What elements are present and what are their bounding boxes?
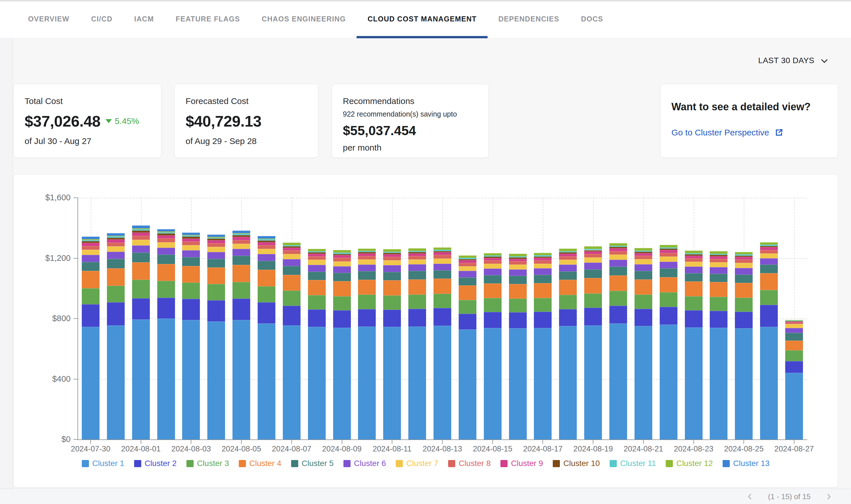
bar-segment-cluster-2[interactable] (409, 309, 426, 326)
bar-segment-cluster-7[interactable] (635, 259, 652, 264)
bar-segment-cluster-10[interactable] (333, 254, 351, 255)
stacked-bar-2024-08-17[interactable] (534, 198, 552, 439)
bar-segment-cluster-5[interactable] (358, 271, 376, 280)
bar-segment-cluster-7[interactable] (207, 247, 225, 252)
bar-segment-cluster-1[interactable] (559, 326, 577, 439)
bar-segment-cluster-8[interactable] (459, 263, 476, 266)
bar-segment-cluster-5[interactable] (132, 253, 150, 262)
bar-segment-cluster-2[interactable] (484, 312, 502, 328)
bar-segment-cluster-2[interactable] (635, 309, 652, 326)
bar-segment-cluster-8[interactable] (584, 254, 602, 257)
bar-segment-cluster-6[interactable] (258, 254, 275, 261)
bar-segment-cluster-9[interactable] (333, 255, 351, 258)
stacked-bar-2024-08-06[interactable] (258, 198, 275, 439)
bar-segment-cluster-8[interactable] (760, 250, 778, 253)
bar-segment-cluster-3[interactable] (107, 286, 125, 302)
bar-segment-cluster-4[interactable] (785, 341, 803, 350)
bar-segment-cluster-3[interactable] (685, 296, 702, 310)
bar-segment-cluster-10[interactable] (785, 321, 803, 322)
bar-segment-cluster-9[interactable] (459, 260, 476, 263)
bar-segment-cluster-2[interactable] (685, 310, 702, 327)
bar-segment-cluster-2[interactable] (609, 306, 627, 323)
bar-segment-cluster-11[interactable] (232, 234, 250, 235)
bar-segment-cluster-7[interactable] (534, 264, 552, 269)
bar-segment-cluster-8[interactable] (283, 250, 300, 254)
bar-segment-cluster-7[interactable] (609, 255, 627, 260)
bar-segment-cluster-2[interactable] (760, 305, 778, 327)
bar-segment-cluster-10[interactable] (484, 256, 502, 258)
bar-segment-cluster-6[interactable] (132, 246, 150, 253)
bar-segment-cluster-12[interactable] (358, 249, 376, 251)
bar-segment-cluster-7[interactable] (710, 262, 728, 267)
tab-feature-flags[interactable]: FEATURE FLAGS (165, 0, 251, 38)
bar-segment-cluster-5[interactable] (333, 273, 351, 281)
stacked-bar-2024-08-04[interactable] (207, 198, 225, 439)
bar-segment-cluster-9[interactable] (283, 248, 300, 251)
bar-segment-cluster-9[interactable] (358, 253, 376, 256)
bar-segment-cluster-1[interactable] (82, 327, 100, 439)
bar-segment-cluster-8[interactable] (509, 261, 527, 265)
bar-segment-cluster-1[interactable] (258, 323, 275, 439)
bar-segment-cluster-12[interactable] (685, 251, 702, 253)
bar-segment-cluster-12[interactable] (509, 254, 527, 256)
bar-segment-cluster-12[interactable] (258, 238, 275, 239)
stacked-bar-2024-08-13[interactable] (434, 198, 451, 439)
bar-segment-cluster-4[interactable] (308, 280, 326, 295)
bar-segment-cluster-9[interactable] (484, 258, 502, 260)
bar-segment-cluster-3[interactable] (182, 283, 200, 299)
bar-segment-cluster-6[interactable] (660, 262, 677, 269)
stacked-bar-2024-08-05[interactable] (232, 198, 250, 439)
legend-item-cluster-10[interactable]: Cluster 10 (553, 459, 600, 468)
tab-ci-cd[interactable]: CI/CD (80, 0, 123, 38)
bar-segment-cluster-11[interactable] (283, 245, 300, 246)
bar-segment-cluster-10[interactable] (509, 257, 527, 259)
stacked-bar-2024-08-22[interactable] (660, 198, 677, 439)
bar-segment-cluster-6[interactable] (635, 264, 652, 271)
legend-item-cluster-2[interactable]: Cluster 2 (134, 459, 177, 468)
bar-segment-cluster-1[interactable] (635, 326, 652, 439)
bar-segment-cluster-13[interactable] (207, 235, 225, 237)
bar-segment-cluster-2[interactable] (584, 308, 602, 325)
bar-segment-cluster-10[interactable] (434, 251, 451, 253)
bar-segment-cluster-4[interactable] (459, 285, 476, 300)
bar-segment-cluster-9[interactable] (157, 235, 175, 238)
bar-segment-cluster-5[interactable] (710, 274, 728, 282)
bar-segment-cluster-1[interactable] (584, 325, 602, 439)
bar-segment-cluster-2[interactable] (182, 299, 200, 320)
bar-segment-cluster-6[interactable] (459, 271, 476, 277)
bar-segment-cluster-11[interactable] (760, 245, 778, 246)
bar-segment-cluster-8[interactable] (484, 260, 502, 264)
bar-segment-cluster-3[interactable] (308, 295, 326, 309)
bar-segment-cluster-3[interactable] (82, 288, 100, 304)
bar-segment-cluster-1[interactable] (232, 320, 250, 439)
stacked-bar-2024-08-27[interactable] (785, 198, 803, 439)
bar-segment-cluster-3[interactable] (232, 282, 250, 299)
bar-segment-cluster-12[interactable] (484, 253, 502, 255)
bar-segment-cluster-1[interactable] (434, 326, 451, 439)
bar-segment-cluster-7[interactable] (157, 242, 175, 248)
bar-segment-cluster-10[interactable] (584, 250, 602, 252)
bar-segment-cluster-2[interactable] (434, 308, 451, 326)
bar-segment-cluster-2[interactable] (534, 312, 552, 328)
bar-segment-cluster-4[interactable] (383, 280, 401, 295)
bar-segment-cluster-10[interactable] (283, 246, 300, 248)
bar-segment-cluster-5[interactable] (232, 256, 250, 265)
bar-segment-cluster-8[interactable] (685, 258, 702, 262)
bar-segment-cluster-6[interactable] (534, 268, 552, 275)
bar-segment-cluster-1[interactable] (383, 327, 401, 439)
bar-segment-cluster-11[interactable] (157, 232, 175, 233)
bar-segment-cluster-10[interactable] (232, 235, 250, 237)
bar-segment-cluster-5[interactable] (258, 261, 275, 270)
bar-segment-cluster-9[interactable] (132, 233, 150, 236)
bar-segment-cluster-1[interactable] (685, 327, 702, 439)
bar-segment-cluster-3[interactable] (534, 298, 552, 312)
bar-segment-cluster-4[interactable] (534, 283, 552, 298)
bar-segment-cluster-9[interactable] (609, 248, 627, 251)
bar-segment-cluster-7[interactable] (232, 244, 250, 249)
bar-segment-cluster-10[interactable] (534, 256, 552, 258)
tab-docs[interactable]: DOCS (570, 0, 614, 38)
bar-segment-cluster-12[interactable] (107, 236, 125, 237)
legend-item-cluster-5[interactable]: Cluster 5 (291, 459, 334, 468)
bar-segment-cluster-12[interactable] (760, 242, 778, 245)
bar-segment-cluster-2[interactable] (283, 306, 300, 325)
